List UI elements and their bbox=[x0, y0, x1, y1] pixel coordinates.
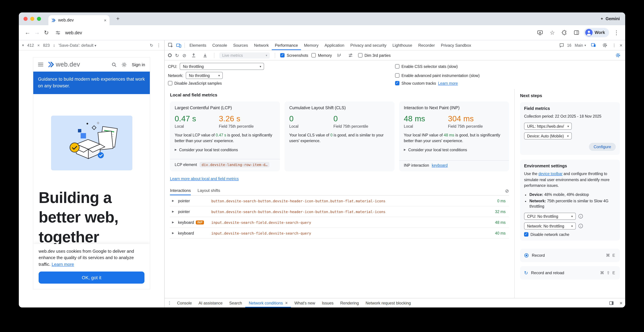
disable-network-cache-checkbox[interactable]: Disable network cache bbox=[524, 232, 616, 236]
tab-recorder[interactable]: Recorder bbox=[415, 40, 438, 50]
close-drawer-icon[interactable]: × bbox=[620, 300, 622, 306]
interaction-target[interactable]: button.devsite-search-button.devsite-hea… bbox=[211, 210, 483, 214]
expand-row-icon[interactable]: ▶ bbox=[172, 221, 178, 224]
search-icon[interactable] bbox=[112, 62, 117, 67]
settings-gear-icon[interactable] bbox=[601, 41, 609, 49]
tab-interactions[interactable]: Interactions bbox=[170, 188, 191, 195]
drawer-tab-network-request-blocking[interactable]: Network request blocking bbox=[362, 298, 414, 308]
viewport-height[interactable]: 823 bbox=[43, 43, 50, 48]
lcp-conditions-expander[interactable]: ▶ Consider your local test conditions bbox=[175, 148, 275, 152]
drawer-tab-rendering[interactable]: Rendering bbox=[337, 298, 362, 308]
custom-tracks-learn-more-link[interactable]: Learn more bbox=[438, 81, 458, 85]
interaction-target[interactable]: input.devsite-search-field.devsite-searc… bbox=[211, 220, 483, 224]
sign-in-link[interactable]: Sign in bbox=[132, 62, 145, 67]
close-tab-icon[interactable]: × bbox=[104, 18, 106, 22]
device-toolbar-menu-icon[interactable]: ⋮ bbox=[156, 43, 161, 48]
drawer-menu-icon[interactable]: ⋮ bbox=[167, 300, 172, 306]
drawer-tab-network-conditions[interactable]: Network conditions × bbox=[246, 298, 291, 308]
browser-tab[interactable]: web.dev × bbox=[48, 15, 110, 25]
tab-privacy-sandbox[interactable]: Privacy Sandbox bbox=[438, 40, 474, 50]
clear-icon[interactable]: ⊘ bbox=[182, 53, 186, 58]
tab-layout-shifts[interactable]: Layout shifts bbox=[198, 188, 220, 195]
upload-profile-icon[interactable] bbox=[190, 51, 198, 59]
minimize-window-button[interactable] bbox=[30, 17, 34, 21]
tab-network[interactable]: Network bbox=[251, 40, 272, 50]
device-mode-icon[interactable] bbox=[589, 41, 597, 49]
drawer-tab-ai-assistance[interactable]: AI assistance bbox=[195, 298, 226, 308]
forward-icon[interactable]: → bbox=[32, 28, 42, 37]
tab-elements[interactable]: Elements bbox=[186, 40, 209, 50]
interaction-row[interactable]: ▶ keyboard INP input.devsite-search-fiel… bbox=[170, 217, 509, 228]
device-toolbar-link[interactable]: device toolbar bbox=[538, 172, 562, 176]
new-tab-button[interactable]: + bbox=[114, 14, 122, 23]
sidebar-network-select[interactable]: Network: No throttling ▾ bbox=[524, 222, 576, 230]
hamburger-menu-icon[interactable] bbox=[38, 62, 43, 66]
stats-bars-icon[interactable] bbox=[335, 51, 343, 59]
devtools-menu-icon[interactable]: ⋮ bbox=[612, 43, 616, 48]
tab-performance[interactable]: Performance bbox=[272, 40, 301, 50]
drawer-tab-whats-new[interactable]: What's new bbox=[291, 298, 318, 308]
paint-instrumentation-checkbox[interactable]: Enable advanced paint instrumentation (s… bbox=[395, 73, 622, 78]
history-select[interactable]: Live metrics ▾ bbox=[220, 52, 270, 58]
tab-privacy-security[interactable]: Privacy and security bbox=[347, 40, 390, 50]
metrics-learn-more-link[interactable]: Learn more about local and field metrics bbox=[170, 177, 239, 181]
device-toolbar-toggle-icon[interactable] bbox=[175, 41, 183, 49]
cookie-learn-more-link[interactable]: Learn more bbox=[52, 262, 74, 267]
close-devtools-icon[interactable]: × bbox=[620, 42, 622, 48]
drawer-tab-issues[interactable]: Issues bbox=[318, 298, 337, 308]
throttling-sliders-icon[interactable] bbox=[347, 51, 355, 59]
close-window-button[interactable] bbox=[24, 17, 28, 21]
extensions-puzzle-icon[interactable] bbox=[560, 28, 569, 37]
gemini-button[interactable]: ✦ Gemini bbox=[600, 16, 620, 21]
inspect-element-icon[interactable] bbox=[167, 41, 175, 49]
clear-log-icon[interactable]: ⊘ bbox=[505, 188, 509, 194]
show-custom-tracks-checkbox[interactable]: Show custom tracks Learn more bbox=[395, 81, 622, 85]
tab-sources[interactable]: Sources bbox=[230, 40, 251, 50]
webdev-logo[interactable]: web.dev bbox=[48, 61, 80, 68]
tab-lighthouse[interactable]: Lighthouse bbox=[390, 40, 415, 50]
record-icon[interactable] bbox=[168, 54, 172, 57]
interaction-row[interactable]: ▶ pointer button.devsite-search-button.d… bbox=[170, 196, 509, 206]
url-select[interactable]: URL: https://web.dev/ ▾ bbox=[524, 123, 572, 130]
fullscreen-window-button[interactable] bbox=[37, 17, 41, 21]
device-select[interactable]: Device: Auto (Mobile) ▾ bbox=[524, 132, 572, 140]
expand-row-icon[interactable]: ▶ bbox=[172, 210, 178, 213]
install-icon[interactable] bbox=[536, 28, 545, 37]
interaction-row[interactable]: ▶ keyboard input.devsite-search-field.de… bbox=[170, 228, 509, 238]
drawer-tab-search[interactable]: Search bbox=[226, 298, 246, 308]
configure-button[interactable]: Configure bbox=[589, 143, 616, 151]
js-context-select[interactable]: Main ▾ bbox=[575, 43, 586, 47]
profile-button[interactable]: Work bbox=[584, 28, 609, 37]
save-data-select[interactable]: 'Save-Data': default ▾ bbox=[58, 43, 96, 48]
screenshots-checkbox[interactable]: Screenshots bbox=[280, 53, 308, 58]
inp-conditions-expander[interactable]: ▶ Consider your local test conditions bbox=[404, 148, 504, 152]
sidebar-cpu-select[interactable]: CPU: No throttling ▾ bbox=[524, 213, 576, 220]
theme-toggle-icon[interactable] bbox=[122, 62, 127, 67]
device-select-icon[interactable]: ▾ bbox=[22, 43, 24, 47]
browser-menu-icon[interactable]: ⋮ bbox=[612, 28, 621, 37]
download-profile-icon[interactable] bbox=[201, 51, 209, 59]
tab-console[interactable]: Console bbox=[209, 40, 230, 50]
tab-application[interactable]: Application bbox=[322, 40, 347, 50]
expand-row-icon[interactable]: ▶ bbox=[172, 199, 178, 202]
side-panel-icon[interactable] bbox=[572, 28, 581, 37]
dock-side-icon[interactable] bbox=[608, 299, 616, 307]
record-reload-icon[interactable]: ↻ bbox=[175, 53, 179, 58]
network-throttle-select[interactable]: No throttling ▾ bbox=[186, 72, 223, 79]
rotate-icon[interactable]: ↻ bbox=[150, 43, 153, 48]
disable-js-samples-checkbox[interactable]: Disable JavaScript samples bbox=[168, 81, 395, 85]
dim-3rd-parties-checkbox[interactable]: Dim 3rd parties bbox=[358, 53, 391, 58]
info-icon[interactable]: i bbox=[578, 214, 583, 218]
address-bar[interactable]: web.dev bbox=[53, 28, 536, 37]
site-info-icon[interactable] bbox=[53, 28, 62, 37]
record-and-reload-button[interactable]: ↻ Record and reload ⌘ ⇧ E bbox=[520, 266, 620, 280]
back-icon[interactable]: ← bbox=[23, 28, 32, 37]
css-selector-stats-checkbox[interactable]: Enable CSS selector stats (slow) bbox=[395, 64, 622, 68]
record-button[interactable]: Record ⌘ E bbox=[520, 249, 620, 262]
reload-icon[interactable]: ↻ bbox=[42, 28, 51, 37]
drawer-tab-console[interactable]: Console bbox=[174, 298, 195, 308]
zoom-updown-icon[interactable]: ↕ bbox=[53, 43, 55, 48]
interaction-row[interactable]: ▶ pointer button.devsite-search-button.d… bbox=[170, 206, 509, 217]
viewport-width[interactable]: 412 bbox=[27, 43, 34, 48]
interaction-target[interactable]: button.devsite-search-button.devsite-hea… bbox=[211, 199, 483, 203]
